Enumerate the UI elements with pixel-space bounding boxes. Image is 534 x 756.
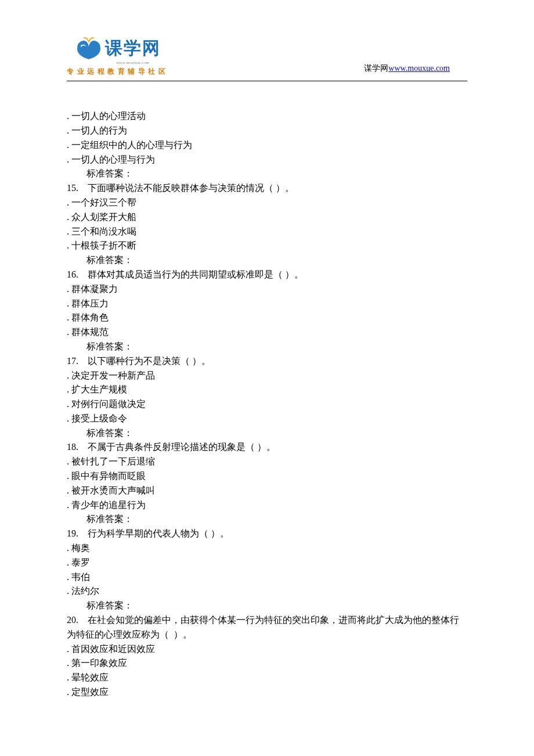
q16-option-c: . 群体角色 bbox=[67, 311, 467, 325]
q17-stem: 17. 以下哪种行为不是决策（ ）。 bbox=[67, 354, 467, 369]
header-divider bbox=[67, 81, 467, 81]
q16-option-a: . 群体凝聚力 bbox=[67, 282, 467, 297]
q20-stem: 20. 在社会知觉的偏差中，由获得个体某一行为特征的突出印象，进而将此扩大成为他… bbox=[67, 613, 467, 642]
q15-stem: 15. 下面哪种说法不能反映群体参与决策的情况（ ）。 bbox=[67, 181, 467, 196]
q18-stem: 18. 不属于古典条件反射理论描述的现象是（ ）。 bbox=[67, 440, 467, 455]
q19-option-d: . 法约尔 bbox=[67, 584, 467, 599]
q15-option-b: . 众人划桨开大船 bbox=[67, 210, 467, 225]
q14-option-a-text: 一切人的心理活动 bbox=[71, 111, 146, 121]
q15-option-b-text: 众人划桨开大船 bbox=[71, 212, 136, 222]
q16-stem: 16. 群体对其成员适当行为的共同期望或标准即是（ ）。 bbox=[67, 268, 467, 282]
logo-small-url: www.mouxue.com bbox=[116, 60, 149, 66]
q20-option-c-text: 晕轮效应 bbox=[71, 672, 109, 682]
q17-option-b: . 扩大生产规模 bbox=[67, 383, 467, 397]
q15-option-d: . 十根筷子折不断 bbox=[67, 239, 467, 253]
q16-option-c-text: 群体角色 bbox=[71, 312, 109, 322]
q16-answer-label: 标准答案： bbox=[67, 340, 467, 354]
q14-option-c: . 一定组织中的人的心理与行为 bbox=[67, 138, 467, 153]
logo-main-text: 课学网 bbox=[105, 35, 161, 62]
q17-option-b-text: 扩大生产规模 bbox=[71, 384, 127, 394]
q20-option-d-text: 定型效应 bbox=[71, 687, 109, 697]
site-link[interactable]: www.mouxue.com bbox=[388, 64, 450, 73]
q14-option-c-text: 一定组织中的人的心理与行为 bbox=[71, 140, 192, 150]
q20-option-a: . 首因效应和近因效应 bbox=[67, 642, 467, 657]
q19-option-b-text: 泰罗 bbox=[71, 557, 90, 567]
q15-option-c: . 三个和尚没水喝 bbox=[67, 225, 467, 239]
q17-option-d: . 接受上级命令 bbox=[67, 412, 467, 426]
q14-option-d: . 一切人的心理与行为 bbox=[67, 153, 467, 167]
q19-option-d-text: 法约尔 bbox=[71, 586, 99, 596]
q19-stem: 19. 行为科学早期的代表人物为（ ）。 bbox=[67, 527, 467, 541]
q18-answer-label: 标准答案： bbox=[67, 512, 467, 527]
q17-option-d-text: 接受上级命令 bbox=[71, 413, 127, 423]
q18-option-b: . 眼中有异物而眨眼 bbox=[67, 469, 467, 484]
q16-option-d-text: 群体规范 bbox=[71, 327, 109, 337]
q18-option-a-text: 被针扎了一下后退缩 bbox=[71, 456, 155, 466]
q19-answer-label: 标准答案： bbox=[67, 599, 467, 613]
q18-option-d-text: 青少年的追星行为 bbox=[71, 500, 146, 510]
q19-option-a: . 梅奥 bbox=[67, 541, 467, 556]
q18-option-b-text: 眼中有异物而眨眼 bbox=[71, 471, 146, 481]
q14-option-a: . 一切人的心理活动 bbox=[67, 109, 467, 124]
logo-block: 课学网 www.mouxue.com 专业远程教育辅导社区 bbox=[67, 35, 168, 77]
q15-option-c-text: 三个和尚没水喝 bbox=[71, 226, 136, 236]
site-label: 谋学网 bbox=[364, 64, 388, 73]
q16-option-b-text: 群体压力 bbox=[71, 298, 109, 308]
header-right: 谋学网www.mouxue.com bbox=[364, 62, 467, 77]
q18-option-c: . 被开水烫而大声喊叫 bbox=[67, 484, 467, 498]
q18-option-c-text: 被开水烫而大声喊叫 bbox=[71, 485, 155, 495]
q17-option-c: . 对例行问题做决定 bbox=[67, 397, 467, 412]
page-header: 课学网 www.mouxue.com 专业远程教育辅导社区 谋学网www.mou… bbox=[67, 35, 467, 80]
q17-option-a: . 决定开发一种新产品 bbox=[67, 369, 467, 383]
logo-tagline: 专业远程教育辅导社区 bbox=[67, 67, 168, 77]
q19-option-a-text: 梅奥 bbox=[71, 543, 90, 553]
q14-option-b: . 一切人的行为 bbox=[67, 124, 467, 138]
content: . 一切人的心理活动 . 一切人的行为 . 一定组织中的人的心理与行为 . 一切… bbox=[67, 109, 467, 700]
q17-option-c-text: 对例行问题做决定 bbox=[71, 399, 146, 409]
q17-answer-label: 标准答案： bbox=[67, 426, 467, 441]
q14-answer-label: 标准答案： bbox=[67, 167, 467, 181]
q15-option-a: . 一个好汉三个帮 bbox=[67, 196, 467, 210]
logo-icon bbox=[75, 36, 103, 60]
q20-option-a-text: 首因效应和近因效应 bbox=[71, 644, 155, 654]
q20-option-b-text: 第一印象效应 bbox=[71, 658, 127, 668]
q15-option-d-text: 十根筷子折不断 bbox=[71, 240, 136, 250]
q16-option-a-text: 群体凝聚力 bbox=[71, 284, 118, 294]
q20-option-b: . 第一印象效应 bbox=[67, 656, 467, 671]
q18-option-a: . 被针扎了一下后退缩 bbox=[67, 455, 467, 469]
q16-option-b: . 群体压力 bbox=[67, 297, 467, 311]
q18-option-d: . 青少年的追星行为 bbox=[67, 498, 467, 513]
q19-option-b: . 泰罗 bbox=[67, 556, 467, 570]
logo-text-wrap: 课学网 bbox=[105, 35, 161, 62]
q16-option-d: . 群体规范 bbox=[67, 325, 467, 340]
q20-option-d: . 定型效应 bbox=[67, 685, 467, 700]
q19-option-c-text: 韦伯 bbox=[71, 572, 90, 582]
logo-top: 课学网 bbox=[75, 35, 161, 62]
q14-option-d-text: 一切人的心理与行为 bbox=[71, 154, 155, 164]
q20-option-c: . 晕轮效应 bbox=[67, 671, 467, 685]
q15-answer-label: 标准答案： bbox=[67, 253, 467, 268]
q19-option-c: . 韦伯 bbox=[67, 570, 467, 585]
q17-option-a-text: 决定开发一种新产品 bbox=[71, 370, 155, 380]
q15-option-a-text: 一个好汉三个帮 bbox=[71, 197, 136, 207]
q14-option-b-text: 一切人的行为 bbox=[71, 125, 127, 135]
